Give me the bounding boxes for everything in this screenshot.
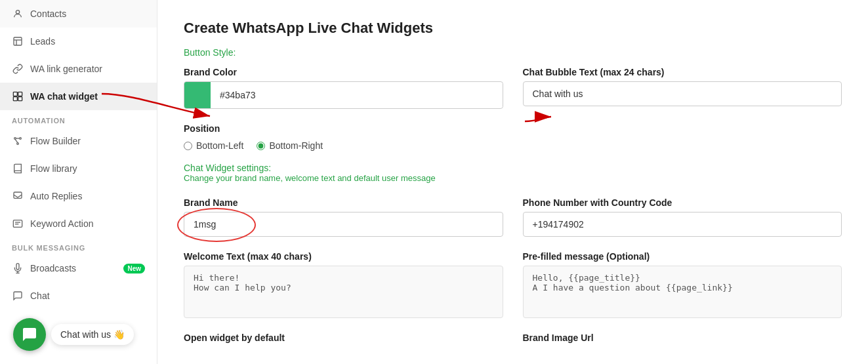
sidebar-item-broadcasts[interactable]: Broadcasts New	[0, 254, 157, 282]
sidebar-item-leads[interactable]: Leads	[0, 28, 157, 55]
phone-label: Phone Number with Country Code	[523, 197, 842, 208]
sidebar-item-flow-builder[interactable]: Flow Builder	[0, 127, 157, 155]
link-icon	[12, 63, 24, 75]
brand-color-label: Brand Color	[184, 67, 503, 77]
position-bottom-left[interactable]: Bottom-Left	[184, 140, 243, 151]
sidebar-item-wa-link[interactable]: WA link generator	[0, 55, 157, 83]
svg-rect-1	[14, 37, 22, 45]
main-content: Create WhatsApp Live Chat Widgets Button…	[157, 0, 868, 364]
auto-replies-icon	[12, 190, 24, 202]
broadcasts-icon	[12, 262, 24, 274]
flow-builder-icon	[12, 135, 24, 147]
button-style-label: Button Style:	[184, 47, 842, 58]
sidebar: Contacts Leads WA link generator WA chat…	[0, 0, 157, 364]
brand-name-input[interactable]	[184, 212, 503, 237]
widget-icon	[12, 91, 24, 102]
flow-library-icon	[12, 163, 24, 174]
brand-image-label: Brand Image Url	[523, 333, 842, 343]
color-swatch[interactable]	[184, 82, 211, 108]
sidebar-item-keyword-action[interactable]: Keyword Action	[0, 210, 157, 237]
bulk-section-label: BULK MESSAGING	[0, 237, 157, 254]
open-widget-label: Open widget by default	[184, 333, 503, 343]
contacts-icon	[12, 8, 24, 20]
brand-name-label: Brand Name	[184, 197, 503, 208]
svg-point-8	[14, 138, 16, 140]
sidebar-item-wa-chat-widget[interactable]: WA chat widget	[0, 83, 157, 110]
brand-color-row: Brand Color Chat Bubble Text (max 24 cha…	[184, 67, 842, 109]
chat-bubble-input[interactable]	[523, 81, 842, 106]
prefilled-group: Pre-filled message (Optional) Hello, {{p…	[523, 251, 842, 318]
welcome-row: Welcome Text (max 40 chars) Hi there! Ho…	[184, 251, 842, 318]
brand-image-group: Brand Image Url	[523, 333, 842, 343]
brand-color-input-wrapper[interactable]	[184, 81, 503, 109]
keyword-icon	[12, 218, 24, 230]
page-title: Create WhatsApp Live Chat Widgets	[184, 20, 842, 37]
widget-settings-title: Chat Widget settings:	[184, 163, 842, 173]
sidebar-item-chat[interactable]: Chat	[0, 282, 157, 310]
sidebar-item-contacts[interactable]: Contacts	[0, 0, 157, 28]
position-bottom-left-radio[interactable]	[184, 142, 192, 150]
chat-button[interactable]	[13, 318, 46, 351]
bottom-row: Open widget by default Brand Image Url	[184, 333, 842, 343]
brand-name-row: Brand Name Phone Number with Country Cod…	[184, 197, 842, 237]
phone-group: Phone Number with Country Code	[523, 197, 842, 237]
svg-rect-7	[18, 97, 22, 101]
welcome-text-group: Welcome Text (max 40 chars) Hi there! Ho…	[184, 251, 503, 318]
automation-section-label: AUTOMATION	[0, 110, 157, 127]
brand-color-input[interactable]	[211, 83, 503, 107]
svg-point-9	[20, 138, 22, 140]
position-options: Bottom-Left Bottom-Right	[184, 140, 842, 151]
sidebar-item-auto-replies[interactable]: Auto Replies	[0, 182, 157, 210]
sidebar-item-flow-library[interactable]: Flow library	[0, 155, 157, 182]
open-widget-group: Open widget by default	[184, 333, 503, 343]
floating-chat: Chat with us 👋	[13, 318, 134, 351]
welcome-text-input[interactable]: Hi there! How can I help you?	[184, 266, 503, 318]
position-label: Position	[184, 123, 842, 134]
position-bottom-right-radio[interactable]	[257, 142, 265, 150]
chat-bubble-label: Chat Bubble Text (max 24 chars)	[523, 67, 842, 77]
svg-point-10	[17, 143, 19, 145]
svg-rect-4	[13, 92, 17, 96]
brand-color-group: Brand Color	[184, 67, 503, 109]
broadcasts-new-badge: New	[123, 264, 145, 273]
welcome-text-label: Welcome Text (max 40 chars)	[184, 251, 503, 262]
svg-point-0	[16, 10, 19, 14]
chat-bubble-group: Chat Bubble Text (max 24 chars)	[523, 67, 842, 109]
chat-icon	[12, 290, 24, 302]
svg-rect-5	[18, 92, 22, 96]
chat-bubble-widget[interactable]: Chat with us 👋	[51, 324, 134, 345]
leads-icon	[12, 35, 24, 47]
position-group: Position Bottom-Left Bottom-Right	[184, 123, 842, 151]
prefilled-label: Pre-filled message (Optional)	[523, 251, 842, 262]
widget-settings-link[interactable]: Chat Widget settings: Change your brand …	[184, 163, 842, 183]
prefilled-input[interactable]: Hello, {{page_title}} A I have a questio…	[523, 266, 842, 318]
svg-rect-6	[13, 97, 17, 101]
widget-settings-subtitle: Change your brand name, welcome text and…	[184, 173, 842, 183]
svg-line-12	[15, 139, 18, 142]
phone-input[interactable]	[523, 212, 842, 237]
position-bottom-right[interactable]: Bottom-Right	[257, 140, 323, 151]
brand-name-group: Brand Name	[184, 197, 503, 237]
